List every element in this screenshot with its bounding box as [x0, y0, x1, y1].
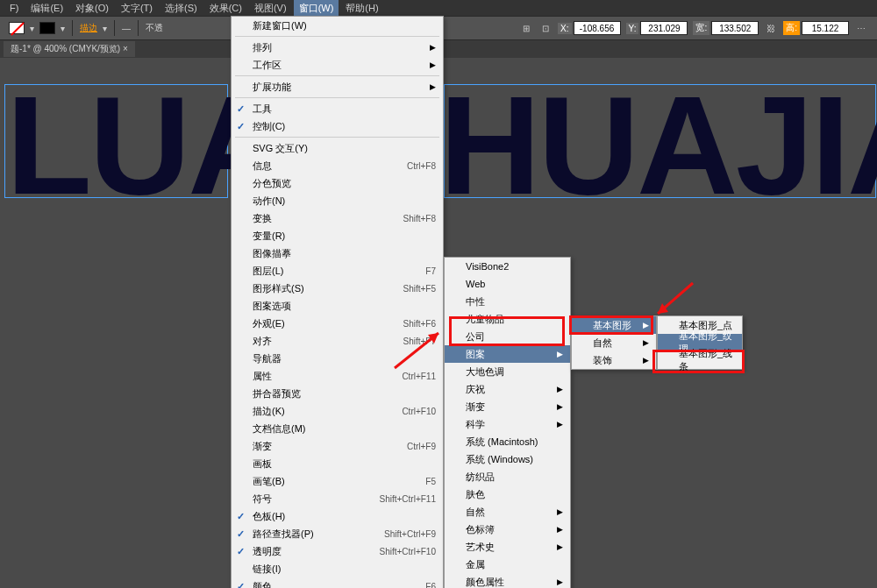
menu-item[interactable]: 变换Shift+F8 — [232, 209, 443, 227]
submenu-arrow-icon: ▶ — [430, 82, 436, 91]
menu-item[interactable]: ✓颜色F6 — [232, 577, 443, 588]
menu-item[interactable]: 儿童物品 — [445, 310, 570, 328]
menu-item[interactable]: 文档信息(M) — [232, 420, 443, 437]
submenu-arrow-icon: ▶ — [643, 338, 649, 347]
menu-item[interactable]: ✓控制(C) — [232, 117, 443, 135]
check-icon: ✓ — [237, 103, 245, 115]
submenu-arrow-icon: ▶ — [557, 350, 563, 358]
menu-item[interactable]: 图像描摹 — [232, 244, 443, 262]
menu-item[interactable]: 导航器 — [232, 350, 443, 367]
menu-item[interactable]: 画板 — [232, 455, 443, 472]
menubar-item[interactable]: 对象(O) — [70, 0, 114, 17]
stroke-link[interactable]: 描边 — [80, 22, 97, 34]
artwork-text-right: HUAJIA — [439, 65, 877, 226]
menu-item[interactable]: 图案选项 — [232, 297, 443, 315]
submenu-arrow-icon: ▶ — [643, 321, 649, 329]
chevron-down-icon[interactable]: ▾ — [30, 24, 34, 33]
menu-item[interactable]: 对齐Shift+F7 — [232, 332, 443, 350]
submenu-arrow-icon: ▶ — [430, 60, 436, 69]
menu-item[interactable]: ✓色板(H) — [232, 507, 443, 525]
submenu-arrow-icon: ▶ — [643, 356, 649, 365]
chevron-down-icon[interactable]: ▾ — [61, 24, 65, 33]
x-input[interactable] — [574, 21, 621, 35]
menu-item[interactable]: 排列▶ — [232, 39, 443, 56]
window-menu: 新建窗口(W)排列▶工作区▶扩展功能▶✓工具✓控制(C)SVG 交互(Y)信息C… — [231, 16, 444, 588]
menu-item[interactable]: 颜色属性▶ — [445, 573, 570, 588]
menu-item[interactable]: ✓透明度Shift+Ctrl+F10 — [232, 542, 443, 560]
menu-item[interactable]: Web — [445, 275, 570, 293]
menu-item[interactable]: 色标簿▶ — [445, 521, 570, 538]
menu-item[interactable]: 公司 — [445, 328, 570, 345]
menu-item[interactable]: 新建窗口(W) — [232, 17, 443, 34]
menubar-item[interactable]: 效果(C) — [204, 0, 247, 17]
menu-item[interactable]: 渐变Ctrl+F9 — [232, 437, 443, 455]
menu-item[interactable]: 外观(E)Shift+F6 — [232, 315, 443, 332]
menu-item[interactable]: 肤色 — [445, 485, 570, 503]
menubar-item[interactable]: 窗口(W) — [294, 0, 339, 17]
menu-item[interactable]: 基本图形▶ — [572, 316, 656, 334]
check-icon: ✓ — [237, 511, 245, 522]
menu-item[interactable]: 自然▶ — [445, 503, 570, 521]
menu-item[interactable]: ✓工具 — [232, 100, 443, 117]
menubar-item[interactable]: 视图(V) — [249, 0, 292, 17]
close-icon[interactable]: × — [123, 44, 128, 53]
menu-item[interactable]: 渐变▶ — [445, 398, 570, 415]
menubar-item[interactable]: 编辑(E) — [25, 0, 68, 17]
submenu-arrow-icon: ▶ — [557, 525, 563, 534]
stroke-swatch[interactable] — [39, 22, 55, 34]
menu-item[interactable]: 动作(N) — [232, 192, 443, 209]
w-input[interactable] — [711, 21, 759, 35]
menu-item[interactable]: 画笔(B)F5 — [232, 472, 443, 490]
transform-icon[interactable]: ⊡ — [538, 21, 553, 35]
menu-item[interactable]: 庆祝▶ — [445, 380, 570, 398]
menu-item[interactable]: 属性Ctrl+F11 — [232, 367, 443, 385]
menu-item[interactable]: 符号Shift+Ctrl+F11 — [232, 490, 443, 507]
menubar-item[interactable]: 选择(S) — [160, 0, 203, 17]
menu-item[interactable]: 自然▶ — [572, 334, 656, 351]
dash-dropdown[interactable]: — — [122, 24, 131, 33]
menubar-item[interactable]: 帮助(H) — [340, 0, 383, 17]
menu-item[interactable]: VisiBone2 — [445, 258, 570, 275]
menu-item[interactable]: 金属 — [445, 556, 570, 573]
menu-item[interactable]: 拼合器预览 — [232, 385, 443, 402]
submenu-arrow-icon: ▶ — [557, 577, 563, 586]
menu-item[interactable]: 大地色调 — [445, 363, 570, 380]
align-icon[interactable]: ⊞ — [519, 21, 533, 35]
menu-item[interactable]: 纺织品 — [445, 468, 570, 485]
submenu-arrow-icon: ▶ — [557, 420, 563, 429]
menubar-item[interactable]: F) — [4, 1, 24, 15]
menu-bar: F)编辑(E)对象(O)文字(T)选择(S)效果(C)视图(V)窗口(W)帮助(… — [0, 0, 877, 16]
menu-item[interactable]: 扩展功能▶ — [232, 78, 443, 96]
menu-item[interactable]: 基本图形_线条 — [658, 351, 742, 369]
menu-item[interactable]: 描边(K)Ctrl+F10 — [232, 402, 443, 420]
check-icon: ✓ — [237, 528, 245, 540]
menu-item[interactable]: 链接(I) — [232, 560, 443, 577]
stroke-weight[interactable]: ▾ — [103, 24, 107, 33]
h-input[interactable] — [802, 21, 849, 35]
pattern-submenu: 基本图形▶自然▶装饰▶ — [571, 315, 657, 370]
menu-item[interactable]: 系统 (Windows) — [445, 450, 570, 468]
menu-item[interactable]: 图案▶ — [445, 345, 570, 363]
menubar-item[interactable]: 文字(T) — [116, 0, 158, 17]
link-icon[interactable]: ⛓ — [764, 21, 778, 35]
menu-item[interactable]: 系统 (Macintosh) — [445, 433, 570, 450]
menu-item[interactable]: 艺术史▶ — [445, 538, 570, 556]
menu-item[interactable]: 信息Ctrl+F8 — [232, 157, 443, 174]
submenu-arrow-icon: ▶ — [430, 43, 436, 52]
more-icon[interactable]: ⋯ — [854, 21, 868, 35]
menu-item[interactable]: SVG 交互(Y) — [232, 139, 443, 157]
menu-item[interactable]: 科学▶ — [445, 415, 570, 433]
menu-item[interactable]: 中性 — [445, 293, 570, 310]
menu-item[interactable]: 装饰▶ — [572, 351, 656, 369]
menu-item[interactable]: 图形样式(S)Shift+F5 — [232, 280, 443, 297]
y-input[interactable] — [640, 21, 688, 35]
menu-item[interactable]: 图层(L)F7 — [232, 262, 443, 280]
document-tab[interactable]: 题-1* @ 400% (CMYK/预览) × — [4, 41, 135, 57]
check-icon: ✓ — [237, 121, 245, 132]
submenu-arrow-icon: ▶ — [557, 402, 563, 411]
menu-item[interactable]: ✓路径查找器(P)Shift+Ctrl+F9 — [232, 525, 443, 542]
menu-item[interactable]: 分色预览 — [232, 174, 443, 192]
menu-item[interactable]: 变量(R) — [232, 227, 443, 244]
fill-swatch[interactable] — [9, 22, 25, 34]
menu-item[interactable]: 工作区▶ — [232, 56, 443, 74]
